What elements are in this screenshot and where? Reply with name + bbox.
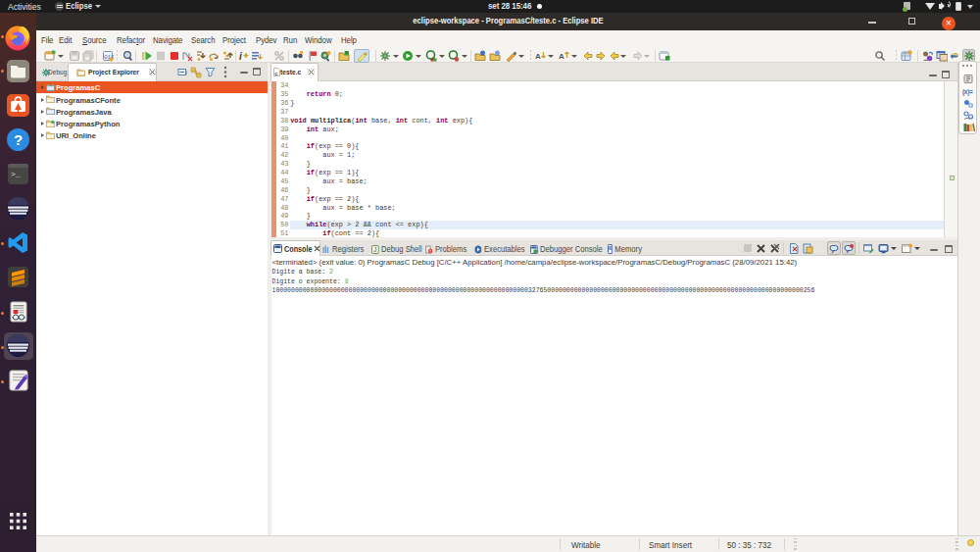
svg-text:>_: >_ — [11, 170, 21, 178]
svg-text:A: A — [535, 52, 541, 61]
svg-text:A: A — [559, 52, 564, 61]
svg-text:i: i — [239, 51, 242, 62]
svg-text:J: J — [373, 245, 376, 252]
svg-text:?: ? — [14, 131, 23, 148]
